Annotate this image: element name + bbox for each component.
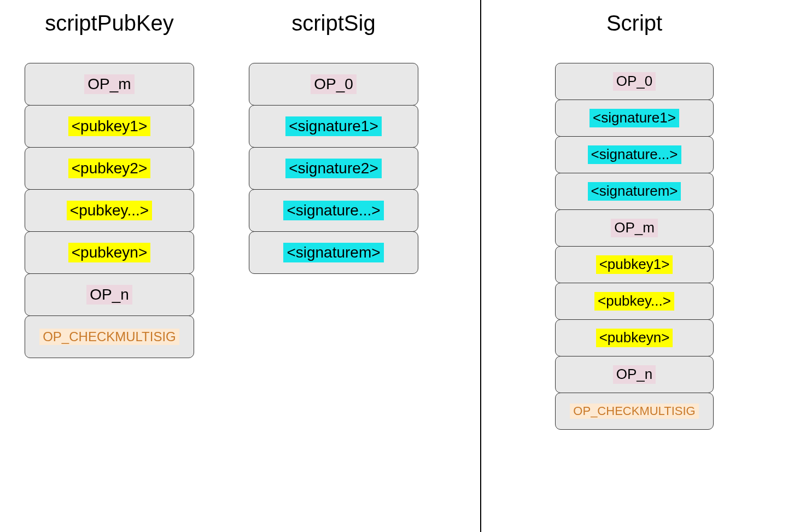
stack-cell-label: <signature...>: [283, 201, 383, 220]
stack-cell-label: <pubkey...>: [67, 201, 152, 220]
stack-cell-label: <signature1>: [589, 109, 679, 127]
column-script: Script OP_0<signature1><signature...><si…: [541, 5, 727, 430]
stack-cell-label: OP_m: [611, 219, 658, 237]
stack-cell-label: OP_n: [86, 285, 132, 305]
column-title-scriptpubkey: scriptPubKey: [16, 11, 202, 36]
stack-cell: <pubkey...>: [555, 283, 714, 320]
stack-cell: OP_n: [25, 273, 194, 316]
stack-cell-label: <signature...>: [588, 145, 681, 163]
stack-cell-label: OP_n: [613, 365, 656, 383]
stack-cell: OP_0: [555, 63, 714, 100]
column-scriptsig: scriptSig OP_0<signature1><signature2><s…: [241, 5, 427, 274]
stack-cell: OP_CHECKMULTISIG: [555, 393, 714, 430]
stack-cell-label: <signaturem>: [283, 243, 383, 262]
stack-cell: <signature...>: [555, 136, 714, 173]
stack-cell-label: <signature2>: [285, 159, 381, 178]
divider-line: [480, 0, 481, 532]
column-scriptpubkey: scriptPubKey OP_m<pubkey1><pubkey2><pubk…: [16, 5, 202, 358]
stack-cell: OP_m: [555, 209, 714, 247]
stack-cell: <pubkey2>: [25, 147, 194, 190]
stack-cell-label: <pubkeyn>: [68, 243, 151, 262]
column-title-scriptsig: scriptSig: [241, 11, 427, 36]
stack-cell-label: OP_m: [84, 74, 134, 94]
stack-cell-label: <pubkey...>: [594, 292, 674, 310]
stack-cell: <signature2>: [249, 147, 418, 190]
stack-cell: OP_n: [555, 356, 714, 393]
stack-script: OP_0<signature1><signature...><signature…: [555, 63, 714, 430]
stack-cell-label: <pubkey2>: [68, 159, 151, 178]
stack-cell: <signaturem>: [555, 173, 714, 210]
stack-cell: <signaturem>: [249, 231, 418, 274]
stack-cell: <signature1>: [249, 105, 418, 148]
stack-cell: OP_CHECKMULTISIG: [25, 315, 194, 358]
stack-cell-label: <pubkey1>: [68, 116, 151, 136]
stack-cell: <pubkey1>: [25, 105, 194, 148]
stack-cell: <pubkey1>: [555, 246, 714, 283]
stack-cell-label: <pubkeyn>: [596, 329, 673, 347]
stack-cell-label: OP_CHECKMULTISIG: [39, 329, 179, 346]
stack-cell: OP_0: [249, 63, 418, 106]
stack-cell: <pubkey...>: [25, 189, 194, 232]
stack-cell-label: <pubkey1>: [596, 255, 673, 273]
stack-cell-label: OP_0: [311, 74, 357, 94]
stack-cell: <pubkeyn>: [555, 319, 714, 356]
stack-cell-label: OP_0: [613, 72, 656, 90]
stack-cell: OP_m: [25, 63, 194, 106]
stack-cell: <pubkeyn>: [25, 231, 194, 274]
stack-cell-label: <signature1>: [285, 116, 381, 136]
stack-scriptsig: OP_0<signature1><signature2><signature..…: [249, 63, 418, 274]
stack-cell: <signature...>: [249, 189, 418, 232]
stack-scriptpubkey: OP_m<pubkey1><pubkey2><pubkey...><pubkey…: [25, 63, 194, 358]
stack-cell-label: <signaturem>: [588, 182, 681, 200]
stack-cell: <signature1>: [555, 100, 714, 137]
stack-cell-label: OP_CHECKMULTISIG: [570, 404, 698, 419]
column-title-script: Script: [541, 11, 727, 36]
